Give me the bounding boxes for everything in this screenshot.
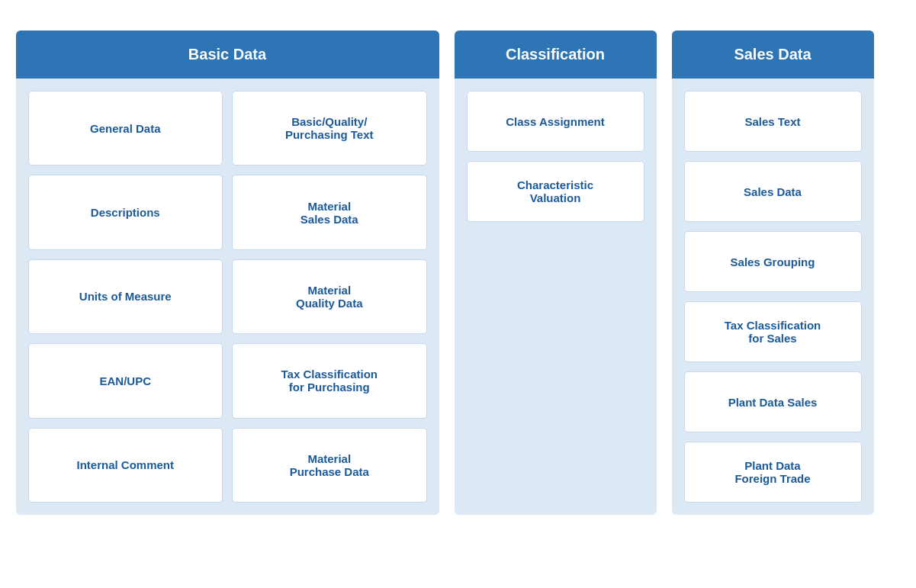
column-basic-data: Basic DataGeneral DataBasic/Quality/Purc…: [16, 31, 439, 515]
card-plant-data-foreign-trade[interactable]: Plant DataForeign Trade: [684, 442, 862, 503]
column-body-sales-data: Sales TextSales DataSales GroupingTax Cl…: [672, 79, 874, 515]
column-body-basic-data: General DataBasic/Quality/Purchasing Tex…: [16, 79, 439, 515]
card-ean-upc[interactable]: EAN/UPC: [28, 343, 223, 418]
card-internal-comment[interactable]: Internal Comment: [28, 428, 223, 503]
card-units-of-measure[interactable]: Units of Measure: [28, 259, 223, 334]
card-sales-text[interactable]: Sales Text: [684, 91, 862, 152]
card-material-purchase-data[interactable]: MaterialPurchase Data: [232, 428, 427, 503]
card-material-quality-data[interactable]: MaterialQuality Data: [232, 259, 427, 334]
column-header-sales-data: Sales Data: [672, 31, 874, 79]
page-container: Basic DataGeneral DataBasic/Quality/Purc…: [16, 31, 901, 515]
card-plant-data-sales[interactable]: Plant Data Sales: [684, 371, 862, 432]
card-tax-classification-purchasing[interactable]: Tax Classificationfor Purchasing: [232, 343, 427, 418]
card-characteristic-valuation[interactable]: CharacteristicValuation: [467, 161, 644, 222]
card-class-assignment[interactable]: Class Assignment: [467, 91, 644, 152]
card-sales-data-card[interactable]: Sales Data: [684, 161, 862, 222]
card-sales-grouping[interactable]: Sales Grouping: [684, 231, 862, 292]
column-sales-data: Sales DataSales TextSales DataSales Grou…: [672, 31, 874, 515]
column-header-basic-data: Basic Data: [16, 31, 439, 79]
card-basic-quality-purchasing-text[interactable]: Basic/Quality/Purchasing Text: [232, 91, 427, 165]
card-tax-classification-sales[interactable]: Tax Classificationfor Sales: [684, 301, 862, 362]
column-body-classification: Class AssignmentCharacteristicValuation: [455, 79, 657, 515]
column-classification: ClassificationClass AssignmentCharacteri…: [455, 31, 657, 515]
card-descriptions[interactable]: Descriptions: [28, 175, 223, 249]
card-general-data[interactable]: General Data: [28, 91, 223, 165]
column-header-classification: Classification: [455, 31, 657, 79]
card-material-sales-data[interactable]: MaterialSales Data: [232, 175, 427, 249]
